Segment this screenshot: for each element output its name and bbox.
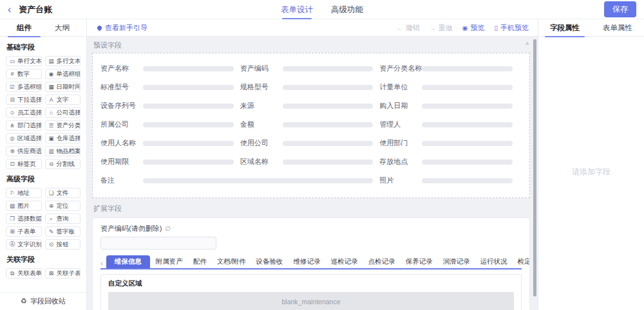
preset-field[interactable]: 资产分类名称: [379, 64, 519, 73]
sidebar-item-department-select[interactable]: ⋔部门选择: [6, 120, 42, 131]
sidebar-section-title: 高级字段: [6, 174, 80, 184]
extended-tab-4[interactable]: 设备验收: [252, 255, 288, 268]
tab-prev-icon[interactable]: ‹: [100, 259, 105, 268]
preset-field[interactable]: 来源: [240, 101, 380, 111]
preview-button[interactable]: ◉ 预览: [462, 23, 485, 33]
left-tab-0[interactable]: 组件: [17, 19, 32, 37]
sidebar-item-radio-group[interactable]: ◉单选框组: [45, 69, 81, 79]
canvas-toolbar: 查看新手引导 ← 撤销 → 重做 ◉ 预览 ▯ 手机预览: [87, 19, 538, 37]
sidebar-item-file[interactable]: ❏文件: [45, 188, 81, 198]
preset-field[interactable]: 资产名称: [100, 64, 240, 73]
guide-link[interactable]: 查看新手引导: [97, 23, 147, 33]
field-placeholder-bar: [283, 160, 374, 165]
field-placeholder-bar: [283, 66, 374, 71]
extended-tab-5[interactable]: 维修记录: [289, 255, 325, 268]
preset-field[interactable]: 资产编码: [240, 64, 380, 73]
preset-field[interactable]: 使用公司: [240, 138, 380, 148]
extended-tab-8[interactable]: 保养记录: [401, 255, 437, 268]
sidebar-item-link-subform[interactable]: ⊠关联子表单: [45, 268, 81, 278]
preset-field[interactable]: 照片: [379, 176, 519, 185]
mobile-preview-button[interactable]: ▯ 手机预览: [494, 23, 529, 33]
sidebar-item-address[interactable]: ⚐地址: [6, 188, 42, 198]
sidebar-item-text[interactable]: A文字: [45, 95, 81, 105]
sidebar-item-label: 关联表单: [17, 269, 42, 278]
extended-tab-2[interactable]: 配件: [189, 255, 211, 268]
extended-tab-6[interactable]: 巡检记录: [327, 255, 363, 268]
property-tab-0[interactable]: 字段属性: [538, 19, 591, 37]
preset-field[interactable]: 存放地点: [379, 157, 519, 167]
sidebar-item-dropdown[interactable]: ⊟下拉选择框: [6, 95, 42, 105]
sidebar-item-checkbox-group[interactable]: ☑多选框组: [6, 82, 42, 92]
sidebar-item-asset-category[interactable]: ☰资产分类: [45, 120, 81, 131]
sidebar-item-ocr[interactable]: Ⓐ文字识别: [6, 239, 42, 250]
save-button[interactable]: 保存: [604, 1, 636, 17]
sidebar-item-company-select[interactable]: ⌂公司选择: [45, 107, 81, 118]
preset-field[interactable]: 购入日期: [379, 101, 519, 111]
preset-field[interactable]: 计量单位: [379, 82, 519, 92]
collapse-icon[interactable]: ^: [526, 42, 529, 49]
eye-off-icon: ∅: [165, 225, 171, 232]
preset-field[interactable]: 标准型号: [100, 82, 240, 92]
preset-field[interactable]: 备注: [100, 176, 379, 185]
left-tab-1[interactable]: 大纲: [55, 19, 70, 37]
preset-field[interactable]: 使用期限: [100, 157, 240, 167]
preview-label: 预览: [470, 23, 484, 33]
extended-tab-10[interactable]: 运行状况: [476, 255, 512, 268]
preset-field-label: 规格型号: [240, 82, 283, 92]
checkbox-group-icon: ☑: [9, 84, 15, 90]
sidebar-item-multi-line-text[interactable]: ▤多行文本: [45, 56, 81, 66]
extended-tab-3[interactable]: 文档/附件: [213, 255, 251, 268]
preset-field[interactable]: 规格型号: [240, 82, 380, 92]
extended-tab-0[interactable]: 维保信息: [106, 255, 150, 268]
sidebar-item-single-line-text[interactable]: ▭单行文本: [6, 56, 42, 66]
redo-button[interactable]: → 重做: [430, 23, 453, 33]
field-placeholder-bar: [283, 122, 374, 127]
topbar-tab-1[interactable]: 高级功能: [331, 0, 363, 19]
preset-field-label: 来源: [240, 101, 283, 111]
sidebar-item-warehouse-select[interactable]: ▣仓库选择: [45, 133, 81, 143]
sidebar-item-signature[interactable]: ✎签字板: [45, 226, 81, 237]
preset-field[interactable]: 使用人名称: [100, 138, 240, 148]
sidebar-item-supplier-select[interactable]: ⊛供应商选择: [6, 146, 42, 156]
sidebar-item-select-data[interactable]: ❐选择数据: [6, 214, 42, 224]
sidebar-item-label: 按钮: [57, 241, 69, 249]
sidebar-item-datetime[interactable]: ▦日期时间: [45, 82, 81, 92]
property-tab-1[interactable]: 表单属性: [591, 19, 644, 37]
sidebar-item-label: 公司选择: [57, 109, 81, 117]
properties-tabs: 字段属性表单属性: [538, 19, 644, 37]
sidebar-item-search[interactable]: ⌕查询: [45, 214, 81, 224]
field-recycle-bin-button[interactable]: ♻ 字段回收站: [0, 292, 86, 310]
preset-field[interactable]: 管理人: [379, 120, 519, 129]
extended-tab-1[interactable]: 附属资产: [151, 255, 187, 268]
sidebar-item-image[interactable]: ▧图片: [6, 201, 42, 211]
sidebar-item-number[interactable]: #数字: [6, 69, 42, 79]
sidebar-item-tab-page[interactable]: ⊡标签页: [6, 159, 42, 169]
field-placeholder-bar: [422, 85, 513, 90]
sidebar-item-label: 查询: [57, 215, 69, 223]
preset-field-label: 计量单位: [379, 82, 422, 92]
asset-code-input[interactable]: [100, 237, 216, 250]
sidebar-item-label: 部门选择: [17, 122, 42, 130]
preset-field[interactable]: 区域名称: [240, 157, 380, 167]
topbar-tab-0[interactable]: 表单设计: [281, 0, 313, 19]
preset-field[interactable]: 金额: [240, 120, 380, 129]
sidebar-item-item-archive[interactable]: ▥物品档案: [45, 146, 81, 156]
sidebar-item-location[interactable]: ⊕定位: [45, 201, 81, 211]
canvas-scrollbar[interactable]: [533, 39, 536, 296]
extended-tab-11[interactable]: 检定记录: [513, 255, 530, 268]
undo-icon: ←: [397, 24, 403, 32]
sidebar-item-button[interactable]: ⊙按钮: [45, 239, 81, 250]
extended-tab-7[interactable]: 点检记录: [364, 255, 400, 268]
sidebar-item-divider[interactable]: ⊝分割线: [45, 159, 81, 169]
sidebar-item-area-select[interactable]: ◎区域选择: [6, 133, 42, 143]
preset-field[interactable]: 设备序列号: [100, 101, 240, 111]
sidebar-item-employee-select[interactable]: ☺员工选择: [6, 107, 42, 118]
extended-tab-9[interactable]: 润滑记录: [439, 255, 475, 268]
undo-button[interactable]: ← 撤销: [397, 23, 420, 33]
back-icon[interactable]: ‹: [8, 5, 11, 15]
blank-maintenance-placeholder[interactable]: blank_maintenance: [108, 292, 514, 310]
sidebar-item-subform[interactable]: ⊞子表单: [6, 226, 42, 237]
preset-field[interactable]: 所属公司: [100, 120, 240, 129]
sidebar-item-link-form[interactable]: ⧉关联表单: [6, 268, 42, 278]
preset-field[interactable]: 使用部门: [379, 138, 519, 148]
